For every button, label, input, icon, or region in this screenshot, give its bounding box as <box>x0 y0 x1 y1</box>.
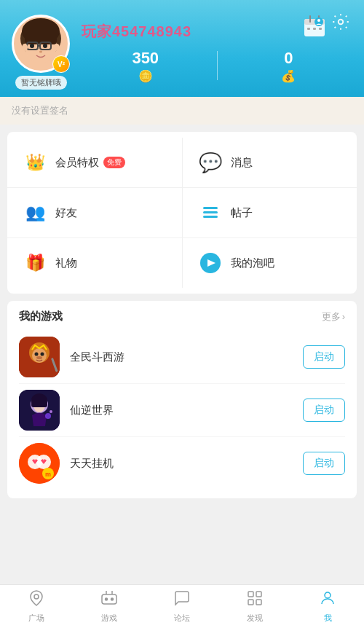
svg-point-21 <box>317 19 320 22</box>
discover-label: 发现 <box>247 613 263 624</box>
chevron-right-icon: › <box>342 311 345 322</box>
menu-grid: 👑 会员特权 免费 💬 消息 👥 好友 <box>7 132 357 294</box>
friends-icon: 👥 <box>22 200 48 226</box>
svg-point-51 <box>111 598 114 600</box>
more-link[interactable]: 更多 › <box>322 310 345 323</box>
menu-item-gifts[interactable]: 🎁 礼物 <box>7 238 183 288</box>
launch-btn-2[interactable]: 启动 <box>303 399 345 422</box>
coins-value: 350 <box>132 49 159 68</box>
free-badge: 免费 <box>103 157 125 168</box>
svg-point-10 <box>39 51 42 53</box>
game-name-1: 全民斗西游 <box>70 350 303 364</box>
svg-point-31 <box>41 353 44 356</box>
svg-point-48 <box>34 594 39 599</box>
bubble-icon <box>197 250 223 276</box>
game-name-2: 仙逆世界 <box>70 404 303 417</box>
calendar-icon[interactable] <box>303 15 326 41</box>
svg-point-9 <box>43 44 47 48</box>
menu-row-1: 👑 会员特权 免费 💬 消息 <box>7 138 357 188</box>
posts-label: 帖子 <box>231 206 253 220</box>
signature-text: 没有设置签名 <box>12 105 68 116</box>
message-icon: 💬 <box>197 149 223 176</box>
svg-point-50 <box>106 598 108 600</box>
game-icon-tianzhi: m <box>19 443 60 484</box>
nav-item-games[interactable]: 游戏 <box>73 585 146 628</box>
avatar-container[interactable]: V² <box>12 15 70 73</box>
game-item-3: m 天天挂机 启动 <box>19 437 345 490</box>
gifts-label: 礼物 <box>55 256 77 270</box>
bubble-label: 我的泡吧 <box>231 256 274 270</box>
svg-point-41 <box>45 413 51 419</box>
gear-icon[interactable] <box>329 10 352 34</box>
discover-icon <box>246 589 264 611</box>
posts-icon <box>197 200 223 226</box>
svg-point-12 <box>54 44 60 51</box>
svg-rect-55 <box>256 600 261 605</box>
me-label: 我 <box>324 613 332 624</box>
menu-item-friends[interactable]: 👥 好友 <box>7 188 183 238</box>
svg-rect-23 <box>203 211 218 213</box>
game-name-3: 天天挂机 <box>70 457 303 471</box>
launch-btn-1[interactable]: 启动 <box>303 345 345 369</box>
menu-row-2: 👥 好友 帖子 <box>7 188 357 238</box>
svg-rect-52 <box>248 592 253 597</box>
svg-rect-24 <box>203 216 218 218</box>
games-title: 我的游戏 <box>19 310 63 323</box>
svg-point-42 <box>50 410 52 413</box>
launch-btn-3[interactable]: 启动 <box>303 452 345 475</box>
money-stat: 0 💰 <box>225 49 353 83</box>
plaza-icon <box>28 589 45 611</box>
nav-item-forum[interactable]: 论坛 <box>146 585 218 628</box>
vip-badge: V² <box>52 55 70 73</box>
svg-point-32 <box>36 356 42 359</box>
svg-rect-54 <box>248 600 253 605</box>
nickname-badge: 暂无铭牌哦 <box>15 76 67 90</box>
svg-rect-19 <box>319 28 322 30</box>
svg-rect-17 <box>307 28 310 30</box>
money-icon: 💰 <box>281 69 296 83</box>
menu-item-bubble[interactable]: 我的泡吧 <box>183 238 357 288</box>
svg-point-0 <box>339 20 344 25</box>
svg-rect-22 <box>203 207 218 209</box>
header: V² 暂无铭牌哦 玩家454748943 350 🪙 0 💰 <box>0 0 364 97</box>
crown-icon: 👑 <box>22 149 48 176</box>
avatar-section: V² 暂无铭牌哦 <box>12 15 70 90</box>
menu-item-message[interactable]: 💬 消息 <box>183 138 357 187</box>
menu-item-posts[interactable]: 帖子 <box>183 188 357 238</box>
vip-label: 会员特权 <box>55 156 99 170</box>
games-nav-label: 游戏 <box>101 613 117 624</box>
svg-rect-53 <box>256 592 261 597</box>
stat-divider <box>217 51 218 80</box>
forum-label: 论坛 <box>174 613 190 624</box>
coins-stat: 350 🪙 <box>82 49 210 83</box>
signature-bar: 没有设置签名 <box>0 97 364 125</box>
games-section: 我的游戏 更多 › <box>7 301 357 498</box>
message-label: 消息 <box>231 156 253 170</box>
menu-item-vip[interactable]: 👑 会员特权 免费 <box>7 138 183 187</box>
svg-point-8 <box>30 44 34 48</box>
menu-row-3: 🎁 礼物 我的泡吧 <box>7 238 357 288</box>
game-icon-xianyi <box>19 390 60 431</box>
forum-icon <box>173 589 191 611</box>
svg-rect-49 <box>102 594 116 604</box>
game-item-1: 全民斗西游 启动 <box>19 331 345 384</box>
svg-point-11 <box>22 44 28 51</box>
coins-icon: 🪙 <box>138 69 153 83</box>
username: 玩家454748943 <box>82 22 191 42</box>
svg-point-30 <box>35 353 39 356</box>
game-item-2: 仙逆世界 启动 <box>19 384 345 437</box>
nav-item-plaza[interactable]: 广场 <box>0 585 73 628</box>
nav-item-me[interactable]: 我 <box>291 585 364 628</box>
games-header: 我的游戏 更多 › <box>19 310 345 323</box>
svg-point-56 <box>325 592 331 598</box>
gift-icon: 🎁 <box>22 250 48 276</box>
plaza-label: 广场 <box>28 613 44 624</box>
me-icon <box>319 589 336 611</box>
nav-item-discover[interactable]: 发现 <box>218 585 291 628</box>
games-nav-icon <box>100 589 118 611</box>
game-icon-xiyou <box>19 337 60 377</box>
svg-rect-40 <box>31 400 47 407</box>
svg-text:m: m <box>45 471 51 478</box>
svg-rect-18 <box>313 28 316 30</box>
friends-label: 好友 <box>55 206 77 220</box>
